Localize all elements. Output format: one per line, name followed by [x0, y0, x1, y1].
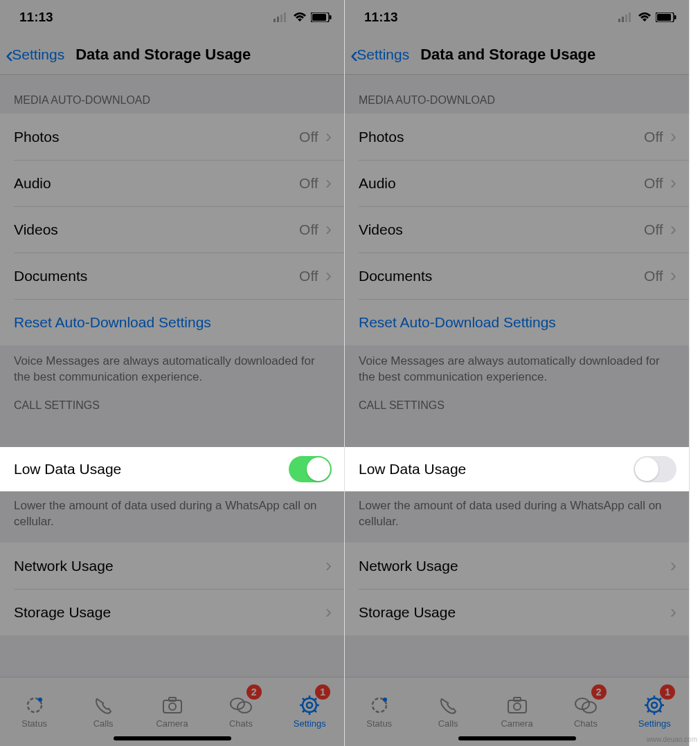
back-label: Settings: [12, 46, 64, 63]
low-data-toggle[interactable]: [289, 456, 332, 482]
tab-label: Chats: [574, 718, 598, 729]
wifi-icon: [293, 12, 307, 22]
svg-point-34: [514, 703, 521, 710]
row-label: Videos: [14, 221, 58, 238]
chevron-right-icon: ›: [325, 224, 332, 235]
row-videos[interactable]: Videos Off›: [345, 206, 689, 253]
chevron-right-icon: ›: [670, 270, 676, 282]
row-label: Low Data Usage: [359, 461, 466, 477]
tab-label: Calls: [438, 718, 458, 729]
svg-rect-5: [312, 14, 326, 21]
svg-rect-24: [618, 19, 620, 22]
row-documents[interactable]: Documents Off›: [345, 253, 689, 299]
row-audio[interactable]: Audio Off›: [0, 160, 344, 206]
row-low-data-usage[interactable]: Low Data Usage: [345, 447, 689, 491]
tab-status[interactable]: Status: [0, 677, 69, 746]
svg-line-21: [314, 710, 316, 712]
tab-settings[interactable]: 1 Settings: [276, 677, 344, 746]
tab-label: Settings: [638, 718, 671, 729]
status-bar: 11:13: [0, 0, 344, 35]
row-videos[interactable]: Videos Off›: [0, 206, 344, 253]
row-network-usage[interactable]: Network Usage ›: [345, 543, 689, 589]
toggle-knob: [307, 457, 330, 481]
row-value: Off: [299, 175, 318, 192]
tab-label: Status: [21, 718, 47, 729]
chevron-right-icon: ›: [670, 177, 676, 189]
section-header-media: Media Auto-Download: [0, 75, 344, 113]
row-label: Documents: [14, 268, 87, 284]
svg-rect-1: [277, 17, 279, 22]
svg-line-20: [303, 698, 305, 700]
battery-icon: [656, 12, 676, 22]
tab-label: Status: [366, 718, 392, 729]
row-value: Off: [299, 268, 318, 284]
back-button[interactable]: ‹ Settings: [349, 46, 411, 63]
status-icons: [273, 12, 332, 22]
svg-point-39: [652, 702, 657, 708]
svg-rect-6: [330, 15, 332, 19]
row-documents[interactable]: Documents Off›: [0, 253, 344, 299]
row-label: Network Usage: [359, 558, 458, 574]
svg-point-10: [169, 703, 176, 710]
row-label: Photos: [14, 129, 59, 145]
tab-label: Chats: [229, 718, 253, 729]
call-footer-note: Lower the amount of data used during a W…: [0, 491, 344, 530]
row-label: Documents: [359, 268, 432, 284]
svg-rect-35: [514, 698, 521, 701]
tab-label: Camera: [156, 718, 188, 729]
row-label: Videos: [359, 221, 403, 238]
battery-icon: [311, 12, 332, 22]
call-footer-note: Lower the amount of data used during a W…: [345, 491, 689, 530]
svg-line-45: [659, 710, 661, 712]
tab-bar: Status Calls Camera 2 Chats 1 Settings: [345, 677, 689, 746]
badge-chats: 2: [591, 684, 607, 700]
row-storage-usage[interactable]: Storage Usage ›: [0, 589, 344, 635]
camera-icon: [161, 695, 184, 716]
svg-rect-25: [622, 17, 624, 22]
status-bar: 11:13: [345, 0, 689, 35]
status-icon: [368, 695, 391, 716]
back-button[interactable]: ‹ Settings: [4, 46, 66, 63]
row-label: Reset Auto-Download Settings: [14, 314, 211, 331]
badge-settings: 1: [660, 684, 675, 700]
row-value: Off: [644, 175, 663, 192]
svg-rect-2: [280, 15, 282, 22]
back-label: Settings: [357, 46, 409, 63]
section-header-media: Media Auto-Download: [345, 75, 689, 113]
row-audio[interactable]: Audio Off›: [345, 160, 689, 206]
badge-chats: 2: [246, 684, 262, 700]
tab-status[interactable]: Status: [345, 677, 413, 746]
chevron-right-icon: ›: [325, 270, 332, 282]
row-storage-usage[interactable]: Storage Usage ›: [345, 589, 689, 635]
camera-icon: [505, 695, 529, 716]
row-network-usage[interactable]: Network Usage ›: [0, 543, 344, 589]
chevron-right-icon: ›: [670, 560, 676, 572]
row-label: Reset Auto-Download Settings: [359, 314, 556, 331]
reset-auto-download[interactable]: Reset Auto-Download Settings: [345, 299, 689, 345]
page-title: Data and Storage Usage: [420, 46, 595, 64]
svg-line-46: [659, 698, 661, 700]
tab-bar: Status Calls Camera 2 Chats 1 Settings: [0, 677, 344, 746]
home-indicator: [114, 736, 231, 740]
phone-icon: [436, 695, 460, 716]
svg-rect-29: [657, 14, 671, 21]
media-footer-note: Voice Messages are always automatically …: [0, 345, 344, 385]
status-icons: [618, 12, 676, 22]
signal-icon: [273, 12, 289, 22]
row-photos[interactable]: Photos Off›: [345, 113, 689, 160]
row-photos[interactable]: Photos Off›: [0, 113, 344, 160]
reset-auto-download[interactable]: Reset Auto-Download Settings: [0, 299, 344, 345]
svg-line-47: [647, 710, 649, 712]
row-label: Storage Usage: [14, 604, 111, 621]
nav-bar: ‹ Settings Data and Storage Usage: [0, 35, 344, 75]
chevron-right-icon: ›: [670, 606, 676, 618]
row-low-data-usage[interactable]: Low Data Usage: [0, 447, 344, 491]
section-header-call: Call Settings: [0, 385, 344, 419]
low-data-toggle[interactable]: [634, 456, 676, 482]
row-value: Off: [299, 221, 318, 238]
row-label: Audio: [14, 175, 51, 192]
svg-rect-33: [508, 700, 526, 713]
svg-rect-27: [629, 12, 631, 22]
svg-rect-9: [163, 700, 181, 713]
row-label: Storage Usage: [359, 604, 456, 621]
